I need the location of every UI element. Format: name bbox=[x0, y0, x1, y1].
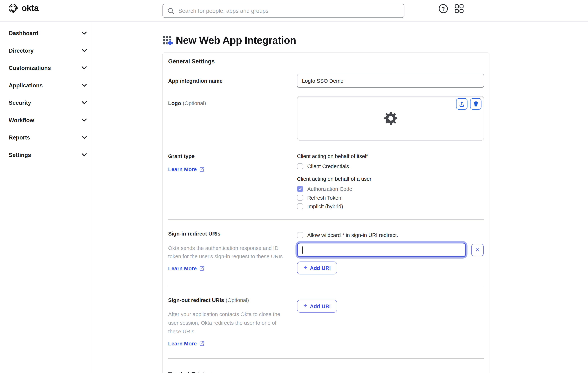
okta-admin-app: okta ? Dashboard Directory bbox=[0, 0, 588, 373]
sidebar-item-customizations[interactable]: Customizations bbox=[0, 59, 92, 76]
signout-optional-label: (Optional) bbox=[226, 297, 249, 303]
search-icon bbox=[167, 7, 174, 14]
checkbox-box[interactable] bbox=[297, 232, 303, 238]
sidebar-item-directory[interactable]: Directory bbox=[0, 42, 92, 59]
signin-uris-row: Sign-in redirect URIs Okta sends the aut… bbox=[168, 231, 484, 274]
plus-icon: + bbox=[303, 302, 307, 309]
checkbox-allow-wildcard[interactable]: Allow wildcard * in sign-in URI redirect… bbox=[297, 231, 484, 239]
chevron-down-icon bbox=[82, 66, 87, 69]
signin-uris-label: Sign-in redirect URIs bbox=[168, 231, 297, 237]
chevron-down-icon bbox=[82, 49, 87, 52]
page-title-row: New Web App Integration bbox=[162, 35, 296, 46]
okta-logo[interactable]: okta bbox=[8, 3, 39, 13]
grant-group-user-label: Client acting on behalf of a user bbox=[297, 176, 484, 182]
app-switcher-icon[interactable] bbox=[455, 4, 464, 13]
grant-type-row: Grant type Learn More Client acting on b… bbox=[168, 153, 484, 211]
logo-optional-label: (Optional) bbox=[183, 100, 206, 106]
sidebar: Dashboard Directory Customizations Appli… bbox=[0, 22, 92, 373]
sidebar-item-settings[interactable]: Settings bbox=[0, 146, 92, 163]
trash-icon bbox=[473, 101, 478, 107]
checkbox-implicit-hybrid[interactable]: Implicit (hybrid) bbox=[297, 202, 484, 211]
general-settings-card: General Settings App integration name Lo… bbox=[162, 53, 489, 373]
signin-helper-text: Okta sends the authentication response a… bbox=[168, 244, 289, 260]
checkbox-box[interactable] bbox=[297, 203, 303, 209]
chevron-down-icon bbox=[82, 118, 87, 122]
signin-add-uri-button[interactable]: + Add URI bbox=[297, 262, 337, 274]
external-link-icon bbox=[199, 266, 204, 271]
grant-learn-more-link[interactable]: Learn More bbox=[168, 166, 204, 172]
page-title: New Web App Integration bbox=[176, 35, 296, 46]
logo-delete-button[interactable] bbox=[470, 98, 482, 110]
sidebar-item-workflow[interactable]: Workflow bbox=[0, 111, 92, 128]
logo-label: Logo bbox=[168, 100, 181, 106]
signout-uris-row: Sign-out redirect URIs (Optional) After … bbox=[168, 297, 484, 347]
close-icon: × bbox=[476, 247, 479, 253]
chevron-down-icon bbox=[82, 153, 87, 156]
general-settings-heading: General Settings bbox=[168, 58, 484, 65]
external-link-icon bbox=[199, 341, 204, 346]
remove-uri-button[interactable]: × bbox=[471, 244, 484, 256]
signin-uri-input[interactable] bbox=[297, 243, 466, 257]
help-button[interactable]: ? bbox=[439, 4, 448, 13]
plus-icon: + bbox=[303, 264, 307, 271]
sidebar-item-applications[interactable]: Applications bbox=[0, 76, 92, 94]
signout-learn-more-link[interactable]: Learn More bbox=[168, 341, 204, 347]
checkbox-box[interactable] bbox=[297, 163, 303, 169]
search-input[interactable] bbox=[178, 7, 399, 14]
signin-learn-more-link[interactable]: Learn More bbox=[168, 266, 204, 272]
signout-helper-text: After your application contacts Okta to … bbox=[168, 310, 290, 336]
okta-logo-text: okta bbox=[22, 3, 39, 13]
app-name-label: App integration name bbox=[168, 78, 222, 84]
grant-group-itself-label: Client acting on behalf of itself bbox=[297, 153, 484, 159]
section-divider bbox=[168, 286, 484, 286]
grant-type-label: Grant type bbox=[168, 153, 297, 159]
check-icon bbox=[298, 187, 302, 191]
app-name-input[interactable] bbox=[297, 74, 484, 88]
logo-preview-box bbox=[297, 96, 484, 141]
top-bar: okta ? bbox=[0, 0, 588, 22]
sidebar-item-security[interactable]: Security bbox=[0, 94, 92, 111]
sidebar-item-reports[interactable]: Reports bbox=[0, 128, 92, 146]
trusted-origins-heading: Trusted Origins bbox=[168, 371, 484, 373]
chevron-down-icon bbox=[82, 101, 87, 104]
signin-uri-entry-row: × bbox=[297, 243, 484, 257]
chevron-down-icon bbox=[82, 84, 87, 87]
checkbox-authorization-code[interactable]: Authorization Code bbox=[297, 184, 484, 193]
checkbox-box[interactable] bbox=[297, 194, 303, 201]
section-divider bbox=[168, 219, 484, 220]
sidebar-item-dashboard[interactable]: Dashboard bbox=[0, 24, 92, 42]
help-glyph: ? bbox=[442, 6, 445, 12]
external-link-icon bbox=[199, 167, 204, 172]
signout-add-uri-button[interactable]: + Add URI bbox=[297, 300, 337, 312]
section-divider bbox=[168, 358, 484, 359]
gear-icon bbox=[383, 111, 398, 126]
chevron-down-icon bbox=[82, 136, 87, 139]
logo-upload-button[interactable] bbox=[456, 98, 467, 110]
checkbox-refresh-token[interactable]: Refresh Token bbox=[297, 193, 484, 202]
okta-sunburst-icon bbox=[8, 3, 18, 13]
global-search[interactable] bbox=[162, 4, 404, 18]
checkbox-box-checked[interactable] bbox=[297, 186, 303, 192]
text-cursor bbox=[302, 246, 303, 254]
app-name-row: App integration name bbox=[168, 74, 484, 88]
checkbox-client-credentials[interactable]: Client Credentials bbox=[297, 162, 484, 171]
web-app-integration-icon bbox=[162, 35, 173, 46]
signout-uris-label: Sign-out redirect URIs (Optional) bbox=[168, 297, 297, 304]
logo-row: Logo (Optional) bbox=[168, 96, 484, 141]
upload-icon bbox=[459, 101, 465, 107]
chevron-down-icon bbox=[82, 31, 87, 35]
